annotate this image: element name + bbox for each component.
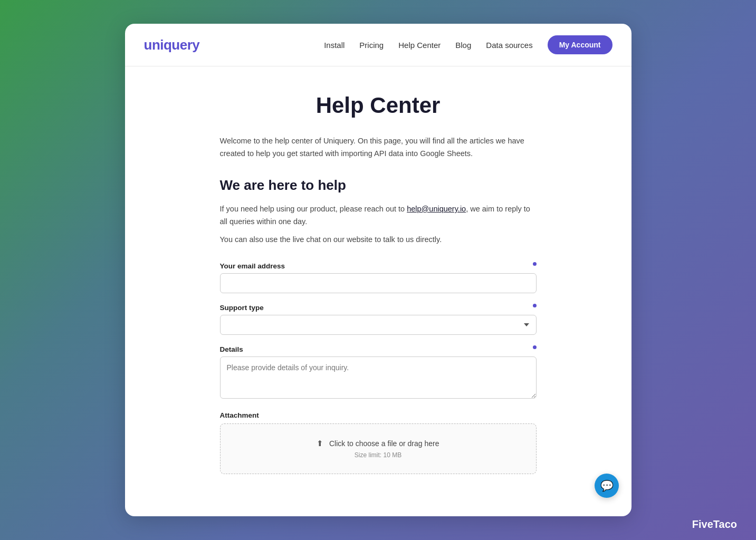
email-input[interactable]	[220, 273, 537, 293]
help-email-link[interactable]: help@uniquery.io	[407, 205, 466, 213]
support-type-select-wrapper: Billing Technical Other	[220, 315, 537, 335]
attachment-label: Attachment	[220, 411, 537, 419]
nav-help-center[interactable]: Help Center	[398, 41, 441, 50]
nav-data-sources[interactable]: Data sources	[486, 41, 532, 50]
email-label: Your email address	[220, 262, 537, 270]
details-field-group: Details	[220, 345, 537, 401]
help-line1-pre: If you need help using our product, plea…	[220, 205, 407, 213]
support-form: Your email address Support type Billing …	[220, 262, 537, 474]
email-field-group: Your email address	[220, 262, 537, 293]
attachment-cta-text: Click to choose a file or drag here	[329, 439, 439, 448]
chat-bubble-button[interactable]: 💬	[595, 474, 619, 498]
attachment-size-limit: Size limit: 10 MB	[231, 451, 525, 459]
details-label: Details	[220, 345, 537, 353]
chat-bubble-icon: 💬	[600, 479, 614, 492]
page-title: Help Center	[220, 93, 537, 118]
details-textarea[interactable]	[220, 356, 537, 399]
logo[interactable]: uniquery	[144, 37, 200, 53]
support-type-group: Support type Billing Technical Other	[220, 304, 537, 335]
help-line2: You can also use the live chat on our we…	[220, 234, 537, 246]
upload-icon: ⬆	[317, 439, 323, 448]
my-account-button[interactable]: My Account	[548, 35, 613, 54]
support-type-select[interactable]: Billing Technical Other	[220, 315, 537, 335]
attachment-dropzone[interactable]: ⬆ Click to choose a file or drag here Si…	[220, 423, 537, 474]
page-content: Help Center Welcome to the help center o…	[125, 66, 631, 516]
fivetaco-brand: FiveTaco	[692, 518, 737, 531]
email-required-dot	[533, 262, 537, 266]
support-type-label: Support type	[220, 304, 537, 312]
navbar: uniquery Install Pricing Help Center Blo…	[125, 24, 631, 66]
section-heading: We are here to help	[220, 177, 537, 194]
nav-install[interactable]: Install	[324, 41, 344, 50]
nav-pricing[interactable]: Pricing	[359, 41, 384, 50]
main-card: uniquery Install Pricing Help Center Blo…	[125, 24, 631, 516]
support-type-required-dot	[533, 304, 537, 307]
attachment-cta-line: ⬆ Click to choose a file or drag here	[231, 439, 525, 448]
help-line1: If you need help using our product, plea…	[220, 203, 537, 228]
details-required-dot	[533, 345, 537, 349]
nav-blog[interactable]: Blog	[455, 41, 471, 50]
attachment-group: Attachment ⬆ Click to choose a file or d…	[220, 411, 537, 474]
intro-text: Welcome to the help center of Uniquery. …	[220, 135, 537, 160]
nav-links: Install Pricing Help Center Blog Data so…	[324, 35, 612, 54]
